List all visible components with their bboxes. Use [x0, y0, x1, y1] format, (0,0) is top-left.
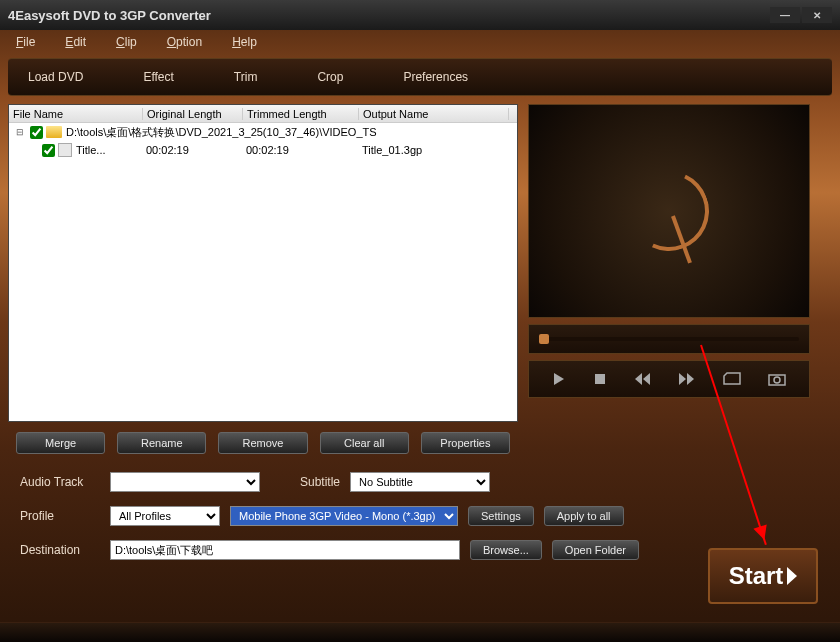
svg-marker-4 — [679, 373, 686, 385]
row-orig-length: 00:02:19 — [146, 144, 246, 156]
col-filename[interactable]: File Name — [9, 108, 143, 120]
toolbar-effect[interactable]: Effect — [143, 70, 173, 84]
apply-to-all-button[interactable]: Apply to all — [544, 506, 624, 526]
logo-icon — [618, 160, 721, 263]
forward-icon[interactable] — [678, 372, 696, 386]
settings-button[interactable]: Settings — [468, 506, 534, 526]
browse-button[interactable]: Browse... — [470, 540, 542, 560]
app-title: 4Easysoft DVD to 3GP Converter — [8, 8, 211, 23]
destination-label: Destination — [20, 543, 100, 557]
svg-marker-3 — [643, 373, 650, 385]
menu-option[interactable]: Option — [167, 35, 202, 49]
svg-rect-1 — [595, 374, 605, 384]
toolbar: Load DVD Effect Trim Crop Preferences — [8, 58, 832, 96]
row-checkbox[interactable] — [30, 126, 43, 139]
open-icon[interactable] — [723, 372, 741, 386]
slider-thumb[interactable] — [539, 334, 549, 344]
menu-file[interactable]: File — [16, 35, 35, 49]
col-original-length[interactable]: Original Length — [143, 108, 243, 120]
subtitle-select[interactable]: No Subtitle — [350, 472, 490, 492]
row-filename: Title... — [76, 144, 146, 156]
col-output-name[interactable]: Output Name — [359, 108, 509, 120]
merge-button[interactable]: Merge — [16, 432, 105, 454]
svg-marker-0 — [554, 373, 564, 385]
clear-all-button[interactable]: Clear all — [320, 432, 409, 454]
row-checkbox[interactable] — [42, 144, 55, 157]
row-trim-length: 00:02:19 — [246, 144, 362, 156]
subtitle-label: Subtitle — [300, 475, 340, 489]
audio-track-label: Audio Track — [20, 475, 100, 489]
preview-video — [528, 104, 810, 318]
file-row[interactable]: ⊟ D:\tools\桌面\格式转换\DVD_2021_3_25(10_37_4… — [9, 123, 517, 141]
stop-icon[interactable] — [593, 372, 607, 386]
svg-marker-5 — [687, 373, 694, 385]
toolbar-load-dvd[interactable]: Load DVD — [28, 70, 83, 84]
menu-clip[interactable]: Clip — [116, 35, 137, 49]
tree-collapse-icon[interactable]: ⊟ — [13, 127, 27, 137]
play-arrow-icon — [787, 567, 797, 585]
file-icon — [58, 143, 72, 157]
snapshot-icon[interactable] — [768, 372, 786, 386]
svg-point-7 — [774, 377, 780, 383]
file-list[interactable]: File Name Original Length Trimmed Length… — [8, 104, 518, 422]
menu-edit[interactable]: Edit — [65, 35, 86, 49]
menubar: File Edit Clip Option Help — [0, 30, 840, 54]
file-row[interactable]: Title... 00:02:19 00:02:19 Title_01.3gp — [9, 141, 517, 159]
rename-button[interactable]: Rename — [117, 432, 206, 454]
minimize-button[interactable]: — — [770, 7, 800, 23]
svg-marker-8 — [787, 567, 797, 585]
close-button[interactable]: ✕ — [802, 7, 832, 23]
toolbar-crop[interactable]: Crop — [317, 70, 343, 84]
status-bar — [0, 622, 840, 642]
audio-track-select[interactable] — [110, 472, 260, 492]
destination-input[interactable] — [110, 540, 460, 560]
open-folder-button[interactable]: Open Folder — [552, 540, 639, 560]
profile-format-select[interactable]: Mobile Phone 3GP Video - Mono (*.3gp) — [230, 506, 458, 526]
rewind-icon[interactable] — [634, 372, 652, 386]
svg-marker-2 — [635, 373, 642, 385]
titlebar: 4Easysoft DVD to 3GP Converter — ✕ — [0, 0, 840, 30]
row-filename: D:\tools\桌面\格式转换\DVD_2021_3_25(10_37_46)… — [66, 125, 377, 140]
col-trimmed-length[interactable]: Trimmed Length — [243, 108, 359, 120]
preview-slider[interactable] — [528, 324, 810, 354]
start-button[interactable]: Start — [708, 548, 818, 604]
preview-controls — [528, 360, 810, 398]
play-icon[interactable] — [552, 372, 566, 386]
remove-button[interactable]: Remove — [218, 432, 307, 454]
row-output-name: Title_01.3gp — [362, 144, 422, 156]
profile-label: Profile — [20, 509, 100, 523]
file-header: File Name Original Length Trimmed Length… — [9, 105, 517, 123]
profile-category-select[interactable]: All Profiles — [110, 506, 220, 526]
properties-button[interactable]: Properties — [421, 432, 510, 454]
folder-icon — [46, 126, 62, 138]
toolbar-trim[interactable]: Trim — [234, 70, 258, 84]
toolbar-preferences[interactable]: Preferences — [403, 70, 468, 84]
menu-help[interactable]: Help — [232, 35, 257, 49]
